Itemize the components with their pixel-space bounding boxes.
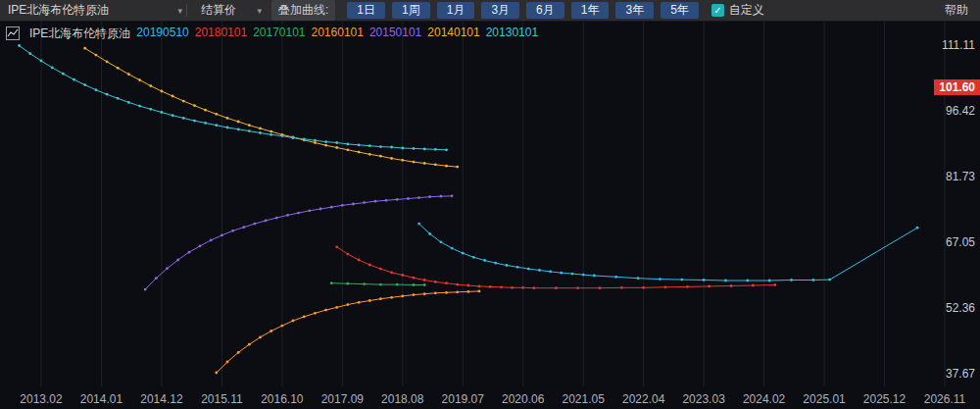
help-button[interactable]: 帮助 xyxy=(941,2,972,19)
legend-item-20190510: 20190510 xyxy=(136,26,188,42)
chart-canvas[interactable] xyxy=(0,22,980,409)
period-button-5[interactable]: 6月 xyxy=(526,2,564,19)
chevron-down-icon: ▾ xyxy=(177,6,182,16)
chart-icon[interactable] xyxy=(6,26,20,40)
legend-title: IPE北海布伦特原油 xyxy=(29,26,130,42)
symbol-dropdown-label: IPE北海布伦特原油 xyxy=(8,2,109,19)
series-line-20140101 xyxy=(85,48,458,167)
legend-item-20130101: 20130101 xyxy=(486,26,538,42)
overlay-curves-label: 叠加曲线: xyxy=(271,0,335,21)
period-button-3[interactable]: 1月 xyxy=(437,2,475,19)
current-price-tag: 101.60 xyxy=(934,79,980,95)
series-line-20170101 xyxy=(331,283,424,285)
period-button-1[interactable]: 1日 xyxy=(347,2,385,19)
period-button-8[interactable]: 5年 xyxy=(661,2,699,19)
period-button-7[interactable]: 3年 xyxy=(615,2,654,19)
chart-legend: IPE北海布伦特原油 20190510201801012017010120160… xyxy=(29,26,538,42)
price-type-label: 结算价 xyxy=(201,2,236,19)
legend-item-20150101: 20150101 xyxy=(369,26,421,42)
series-dots-20190510 xyxy=(417,223,918,282)
period-button-6[interactable]: 1年 xyxy=(571,2,610,19)
chart-area[interactable]: IPE北海布伦特原油 20190510201801012017010120160… xyxy=(0,22,980,409)
symbol-dropdown[interactable]: IPE北海布伦特原油 ▾ xyxy=(8,0,182,22)
series-line-20130101 xyxy=(20,46,447,150)
custom-checkbox[interactable]: ✓ xyxy=(711,4,724,17)
legend-item-20140101: 20140101 xyxy=(427,26,479,42)
period-button-group: 1日1周1月3月6月1年3年5年 xyxy=(347,2,706,19)
period-button-2[interactable]: 1周 xyxy=(392,2,430,19)
legend-item-20170101: 20170101 xyxy=(253,26,305,42)
series-dots-20180101 xyxy=(335,245,776,289)
custom-label: 自定义 xyxy=(729,2,764,19)
series-line-20190510 xyxy=(419,224,917,281)
toolbar-divider xyxy=(186,4,187,17)
price-type-dropdown[interactable]: 结算价 ▾ xyxy=(201,0,262,22)
legend-item-20180101: 20180101 xyxy=(195,26,247,42)
legend-item-20160101: 20160101 xyxy=(312,26,364,42)
period-button-4[interactable]: 3月 xyxy=(481,2,519,19)
series-dots-20160101 xyxy=(215,290,480,375)
toolbar: IPE北海布伦特原油 ▾ 结算价 ▾ 叠加曲线: 1日1周1月3月6月1年3年5… xyxy=(0,0,980,22)
series-dots-20130101 xyxy=(18,44,448,151)
chevron-down-icon: ▾ xyxy=(257,6,262,16)
